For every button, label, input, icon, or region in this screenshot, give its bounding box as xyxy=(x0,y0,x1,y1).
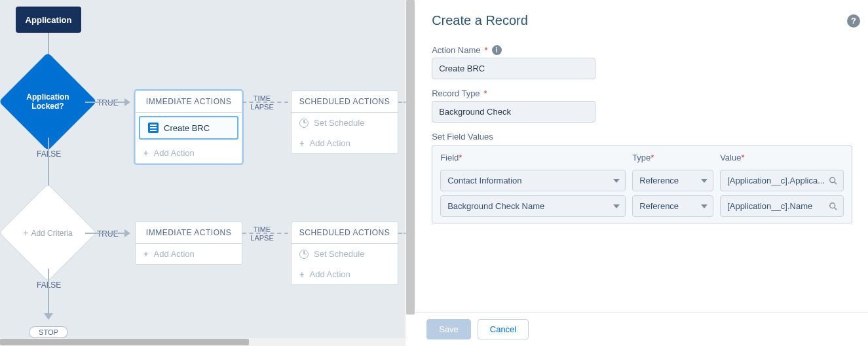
help-icon[interactable]: ? xyxy=(847,14,860,28)
add-action-button[interactable]: + Add Action xyxy=(292,264,398,284)
action-name-label: Action Name xyxy=(432,45,480,55)
col-value: Value xyxy=(720,153,741,163)
required-asterisk: * xyxy=(484,88,487,98)
search-icon xyxy=(829,176,838,185)
type-select[interactable]: Reference xyxy=(632,195,713,217)
plus-icon: + xyxy=(299,138,305,148)
stop-node[interactable]: STOP xyxy=(29,326,68,338)
record-type-label: Record Type xyxy=(432,88,480,98)
immediate-actions-header: IMMEDIATE ACTIONS xyxy=(136,91,242,113)
required-asterisk: * xyxy=(651,153,654,163)
scheduled-actions-header: SCHEDULED ACTIONS xyxy=(292,222,398,244)
chevron-down-icon xyxy=(613,179,620,183)
stop-label: STOP xyxy=(39,328,58,336)
svg-line-1 xyxy=(835,182,837,184)
connector xyxy=(48,138,49,190)
info-icon[interactable]: i xyxy=(492,45,502,55)
connector xyxy=(85,102,124,103)
set-field-values-label: Set Field Values xyxy=(432,132,852,142)
add-action-label: Add Action xyxy=(154,249,195,259)
col-type: Type xyxy=(632,153,651,163)
criteria-label: Application xyxy=(26,92,69,102)
plus-icon: + xyxy=(299,269,305,279)
criteria-label: Locked? xyxy=(31,102,64,111)
vertical-scrollbar[interactable] xyxy=(406,0,415,346)
connector xyxy=(48,269,49,315)
connector xyxy=(85,233,124,234)
arrow-right-icon xyxy=(124,98,130,106)
svg-point-2 xyxy=(830,202,835,208)
field-row: Background Check Name Reference [Applica… xyxy=(438,193,846,219)
field-select[interactable]: Background Check Name xyxy=(440,195,626,217)
add-action-label: Add Action xyxy=(310,269,350,279)
panel-title: Create a Record xyxy=(432,13,528,28)
action-name-input[interactable] xyxy=(432,58,595,79)
required-asterisk: * xyxy=(485,45,488,55)
col-field: Field xyxy=(440,153,459,163)
criteria-node-application-locked[interactable]: Application Locked? xyxy=(13,67,83,136)
add-criteria-label: Add Criteria xyxy=(31,229,72,238)
add-action-button[interactable]: + Add Action xyxy=(136,244,242,264)
horizontal-scrollbar[interactable] xyxy=(0,338,416,346)
plus-icon: + xyxy=(23,227,28,238)
record-type-input[interactable]: Background Check xyxy=(432,101,595,123)
svg-line-3 xyxy=(835,207,837,210)
value-lookup[interactable]: [Application__c].Name xyxy=(720,195,844,217)
field-values-table: Field* Type* Value* Contact Information … xyxy=(432,145,852,223)
field-row: Contact Information Reference [Applicati… xyxy=(438,168,846,193)
set-schedule-label: Set Schedule xyxy=(314,249,364,259)
add-action-button[interactable]: + Add Action xyxy=(136,143,242,163)
chevron-down-icon xyxy=(701,204,708,208)
start-node-application[interactable]: Application xyxy=(16,7,81,33)
immediate-actions-header: IMMEDIATE ACTIONS xyxy=(136,222,242,244)
add-action-button[interactable]: + Add Action xyxy=(292,133,398,153)
cancel-button[interactable]: Cancel xyxy=(478,319,529,339)
start-node-label: Application xyxy=(26,15,72,25)
add-action-label: Add Action xyxy=(310,138,350,148)
record-icon xyxy=(148,123,159,133)
branch-true-label: TRUE xyxy=(97,98,119,107)
set-schedule-button[interactable]: Set Schedule xyxy=(292,244,398,264)
search-icon xyxy=(829,202,838,211)
scheduled-actions-box-2[interactable]: SCHEDULED ACTIONS Set Schedule + Add Act… xyxy=(291,221,398,285)
save-button[interactable]: Save xyxy=(426,319,471,339)
arrow-right-icon xyxy=(124,229,130,237)
scheduled-actions-box-1[interactable]: SCHEDULED ACTIONS Set Schedule + Add Act… xyxy=(291,90,398,154)
arrow-down-icon xyxy=(44,313,53,320)
branch-true-label: TRUE xyxy=(97,229,119,239)
plus-icon: + xyxy=(143,148,149,158)
immediate-actions-box-2[interactable]: IMMEDIATE ACTIONS + Add Action xyxy=(135,221,242,265)
add-action-label: Add Action xyxy=(154,148,195,158)
action-item-create-brc[interactable]: Create BRC xyxy=(139,116,238,140)
value-lookup[interactable]: [Application__c].Applica... xyxy=(720,170,844,191)
scheduled-actions-header: SCHEDULED ACTIONS xyxy=(292,91,398,113)
immediate-actions-box-1[interactable]: IMMEDIATE ACTIONS Create BRC + Add Actio… xyxy=(135,90,242,164)
field-select[interactable]: Contact Information xyxy=(440,170,626,191)
time-lapse-label: TIME LAPSE xyxy=(249,94,275,111)
action-item-label: Create BRC xyxy=(164,123,210,133)
svg-point-0 xyxy=(830,177,835,182)
chevron-down-icon xyxy=(701,179,708,183)
set-schedule-button[interactable]: Set Schedule xyxy=(292,113,398,133)
time-lapse-label: TIME LAPSE xyxy=(249,225,275,242)
type-select[interactable]: Reference xyxy=(632,170,713,191)
chevron-down-icon xyxy=(613,204,620,208)
required-asterisk: * xyxy=(741,153,744,163)
panel-footer: Save Cancel xyxy=(416,312,868,346)
plus-icon: + xyxy=(143,249,149,259)
detail-panel: Create a Record ? Action Name* i Record … xyxy=(416,0,868,346)
process-canvas[interactable]: Application Application Locked? TRUE FAL… xyxy=(0,0,416,346)
clock-icon xyxy=(299,119,309,128)
set-schedule-label: Set Schedule xyxy=(314,118,364,128)
criteria-node-add-criteria[interactable]: +Add Criteria xyxy=(13,198,83,267)
clock-icon xyxy=(299,250,309,259)
required-asterisk: * xyxy=(459,153,462,163)
